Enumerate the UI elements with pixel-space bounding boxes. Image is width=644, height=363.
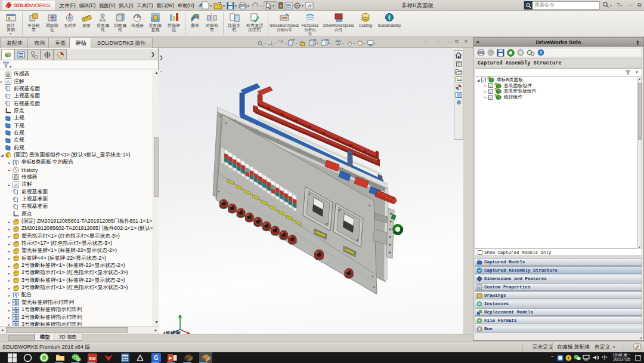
svg-text:?: ? (540, 50, 543, 56)
svg-text:?: ? (490, 50, 493, 56)
svg-text:▾: ▾ (374, 42, 375, 45)
svg-text:▾: ▾ (317, 42, 318, 45)
svg-text:▾: ▾ (343, 42, 344, 45)
svg-text:▾: ▾ (265, 42, 266, 45)
svg-text:G: G (154, 355, 159, 361)
svg-text:SOLID: SOLID (14, 2, 30, 8)
svg-text:▾: ▾ (329, 42, 330, 45)
svg-text:WORKS: WORKS (30, 2, 50, 8)
svg-text:▾: ▾ (285, 42, 286, 45)
svg-text:A: A (7, 79, 10, 85)
svg-text:▾: ▾ (364, 42, 365, 45)
svg-text:A: A (14, 182, 18, 187)
svg-text:▾: ▾ (296, 42, 297, 45)
svg-text:P: P (169, 356, 172, 361)
svg-text:▾: ▾ (274, 42, 275, 45)
svg-text:SW: SW (89, 356, 96, 360)
svg-text:2: 2 (311, 3, 312, 7)
svg-text:▾: ▾ (354, 42, 355, 45)
